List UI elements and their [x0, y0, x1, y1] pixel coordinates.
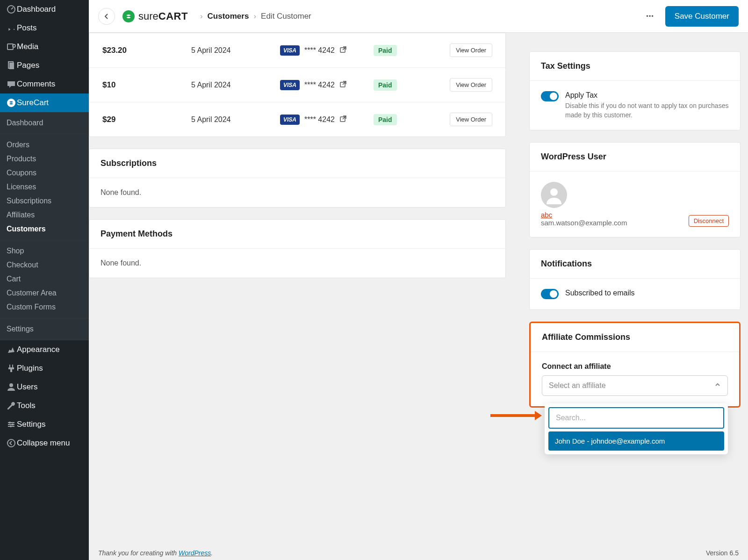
footer-version: Version 6.5 — [706, 549, 739, 557]
subscriptions-body: None found. — [89, 178, 505, 207]
sub-products[interactable]: Products — [0, 152, 89, 166]
sidebar-item-plugins[interactable]: Plugins — [0, 359, 89, 378]
chevron-up-icon — [714, 381, 721, 390]
view-order-button[interactable]: View Order — [450, 113, 492, 126]
affiliate-select[interactable]: Select an affiliate — [542, 375, 728, 396]
wp-admin-sidebar: Dashboard Posts Media Pages Comments Sur… — [0, 0, 89, 560]
wp-user-body: abc sam.watson@example.com Disconnect — [530, 172, 740, 237]
order-date: 5 April 2024 — [191, 46, 280, 55]
sidebar-label: Posts — [17, 23, 37, 33]
wp-user-link[interactable]: abc — [541, 211, 552, 219]
sidebar-item-dashboard[interactable]: Dashboard — [0, 0, 89, 19]
external-link-icon[interactable] — [339, 80, 347, 90]
external-link-icon[interactable] — [339, 115, 347, 124]
disconnect-button[interactable]: Disconnect — [689, 215, 729, 227]
sub-affiliates[interactable]: Affiliates — [0, 208, 89, 222]
tools-icon — [6, 401, 17, 410]
wp-user-email: sam.watson@example.com — [541, 219, 627, 227]
avatar — [541, 182, 567, 208]
sub-cart[interactable]: Cart — [0, 272, 89, 286]
surecart-submenu-2: Orders Products Coupons Licenses Subscri… — [0, 134, 89, 240]
order-payment: VISA **** 4242 — [280, 80, 374, 90]
users-icon — [6, 382, 17, 392]
subscriptions-title: Subscriptions — [89, 149, 505, 178]
tax-settings-title: Tax Settings — [530, 52, 740, 81]
sub-customers[interactable]: Customers — [0, 222, 89, 236]
order-date: 5 April 2024 — [191, 81, 280, 89]
sidebar-item-appearance[interactable]: Appearance — [0, 340, 89, 359]
chevron-right-icon: › — [200, 12, 203, 21]
main-left-column: $23.20 5 April 2024 VISA **** 4242 Paid … — [89, 33, 529, 546]
order-payment: VISA **** 4242 — [280, 45, 374, 56]
order-row: $23.20 5 April 2024 VISA **** 4242 Paid … — [89, 33, 505, 68]
affiliate-option[interactable]: John Doe - johndoe@example.com — [548, 431, 724, 451]
svg-point-11 — [12, 424, 14, 425]
order-status: Paid — [374, 47, 439, 54]
sub-settings[interactable]: Settings — [0, 322, 89, 336]
sub-orders[interactable]: Orders — [0, 138, 89, 152]
sub-licenses[interactable]: Licenses — [0, 180, 89, 194]
affiliate-search-input[interactable] — [548, 407, 724, 429]
back-button[interactable] — [98, 8, 115, 25]
view-order-button[interactable]: View Order — [450, 43, 492, 57]
sub-custom-forms[interactable]: Custom Forms — [0, 300, 89, 314]
sub-customer-area[interactable]: Customer Area — [0, 286, 89, 300]
paid-badge: Paid — [374, 45, 397, 56]
order-amount: $10 — [102, 80, 191, 90]
sub-dashboard[interactable]: Dashboard — [0, 116, 89, 130]
sidebar-label: SureCart — [17, 98, 49, 108]
notifications-card: Notifications Subscribed to emails — [529, 249, 741, 310]
collapse-icon — [6, 438, 17, 448]
subscribed-emails-toggle[interactable] — [541, 289, 559, 299]
sub-subscriptions[interactable]: Subscriptions — [0, 194, 89, 208]
sidebar-item-settings[interactable]: Settings — [0, 415, 89, 434]
card-number: **** 4242 — [304, 81, 335, 89]
save-customer-button[interactable]: Save Customer — [665, 6, 739, 27]
apply-tax-desc: Disable this if you do not want to apply… — [565, 101, 729, 120]
appearance-icon — [6, 345, 17, 354]
order-amount: $23.20 — [102, 46, 191, 55]
subscriptions-card: Subscriptions None found. — [89, 149, 506, 208]
sub-checkout[interactable]: Checkout — [0, 258, 89, 272]
chevron-right-icon: › — [253, 12, 256, 21]
sidebar-item-collapse[interactable]: Collapse menu — [0, 434, 89, 452]
logo-cart: CART — [158, 10, 188, 22]
order-payment: VISA **** 4242 — [280, 115, 374, 125]
external-link-icon[interactable] — [339, 46, 347, 55]
dashboard-icon — [6, 5, 17, 14]
sidebar-item-surecart[interactable]: SureCart — [0, 93, 89, 112]
svg-marker-19 — [535, 411, 542, 420]
order-amount: $29 — [102, 115, 191, 124]
breadcrumb-customers[interactable]: Customers — [208, 12, 249, 21]
sidebar-item-posts[interactable]: Posts — [0, 19, 89, 37]
wordpress-user-title: WordPress User — [530, 143, 740, 172]
connect-affiliate-label: Connect an affiliate — [542, 362, 728, 371]
sub-coupons[interactable]: Coupons — [0, 166, 89, 180]
sidebar-item-media[interactable]: Media — [0, 37, 89, 56]
card-number: **** 4242 — [304, 46, 335, 55]
logo-sure: sure — [138, 10, 158, 22]
svg-point-17 — [550, 188, 558, 196]
surecart-submenu-1: Dashboard — [0, 112, 89, 134]
sub-shop[interactable]: Shop — [0, 244, 89, 258]
footer-wordpress-link[interactable]: WordPress — [179, 549, 211, 557]
card-number: **** 4242 — [304, 115, 335, 124]
sidebar-item-tools[interactable]: Tools — [0, 396, 89, 415]
subscribed-emails-label: Subscribed to emails — [565, 289, 635, 297]
sidebar-item-pages[interactable]: Pages — [0, 56, 89, 75]
sidebar-item-users[interactable]: Users — [0, 378, 89, 396]
svg-point-10 — [9, 422, 11, 424]
paid-badge: Paid — [374, 79, 397, 91]
sidebar-label: Users — [17, 382, 37, 392]
sidebar-item-comments[interactable]: Comments — [0, 75, 89, 93]
view-order-button[interactable]: View Order — [450, 78, 492, 92]
comments-icon — [6, 79, 17, 89]
breadcrumb-edit-customer: Edit Customer — [261, 12, 311, 21]
more-button[interactable]: ••• — [640, 9, 660, 23]
affiliate-title: Affiliate Commissions — [531, 323, 739, 352]
footer: Thank you for creating with WordPress. V… — [89, 546, 748, 560]
sidebar-label: Dashboard — [17, 5, 56, 14]
apply-tax-toggle[interactable] — [541, 91, 559, 101]
main-content: $23.20 5 April 2024 VISA **** 4242 Paid … — [89, 33, 748, 546]
tax-settings-card: Tax Settings Apply Tax Disable this if y… — [529, 51, 741, 130]
